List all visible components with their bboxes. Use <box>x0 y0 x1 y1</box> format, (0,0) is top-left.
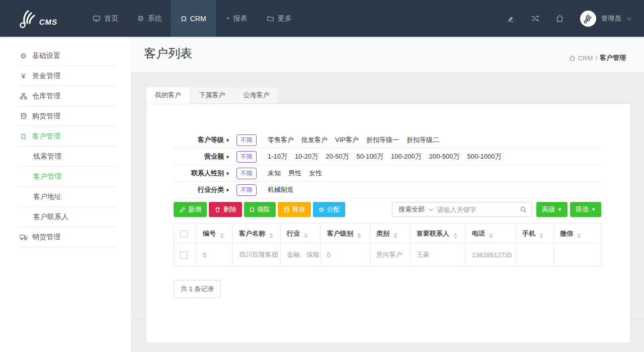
sidebar-item-sales[interactable]: 销货管理 <box>18 227 117 247</box>
filter-button[interactable]: 筛选▼ <box>570 202 601 217</box>
sort-icon[interactable] <box>357 233 361 238</box>
sort-icon[interactable] <box>577 233 581 238</box>
sidebar-item-customer-address[interactable]: 客户地址 <box>18 187 117 207</box>
filter-option[interactable]: 零售客户 <box>268 135 294 145</box>
filter-options: 机械制造 <box>268 185 294 194</box>
filter-option[interactable]: 500-1000万 <box>467 152 501 161</box>
search-button[interactable] <box>515 202 531 217</box>
sidebar-item-label: 购货管理 <box>32 112 60 121</box>
filter-option[interactable]: 女性 <box>309 169 322 178</box>
filter-option[interactable]: 折扣等级二 <box>407 135 439 145</box>
user-menu[interactable]: 管理员 <box>580 11 630 27</box>
breadcrumb-root[interactable]: CRM <box>578 54 593 62</box>
sidebar-subitem-label: 客户地址 <box>33 192 61 201</box>
tab-public-customers[interactable]: 公海客户 <box>234 87 279 104</box>
home-icon[interactable] <box>555 14 564 23</box>
sort-icon[interactable] <box>393 233 397 238</box>
nav-item-home[interactable]: 首页 <box>83 0 128 37</box>
add-button[interactable]: 新增 <box>174 202 207 217</box>
search-input[interactable] <box>437 206 515 214</box>
record-count: 共 1 条记录 <box>174 280 221 298</box>
claim-button[interactable]: Ω领取 <box>244 202 276 217</box>
table-cell <box>554 244 602 266</box>
filter-option[interactable]: 折扣等级一 <box>366 135 399 145</box>
shuffle-icon[interactable] <box>531 14 539 23</box>
filter-option[interactable]: 1-10万 <box>268 152 287 161</box>
sort-icon[interactable] <box>453 233 457 238</box>
sidebar-item-customers[interactable]: Ω 客户管理 <box>18 126 117 147</box>
delete-button[interactable]: 删除 <box>209 202 242 217</box>
filter-label[interactable]: 行业分类▼ <box>174 185 230 194</box>
column-header[interactable]: 手机 <box>516 224 554 244</box>
app-logo[interactable]: CMS <box>0 0 83 37</box>
tab-my-customers[interactable]: 我的客户 <box>146 87 190 104</box>
caret-down-icon: ▼ <box>225 171 230 176</box>
nav-item-reports[interactable]: ◔ 报表 <box>216 0 257 37</box>
filter-option[interactable]: 20-50万 <box>326 152 349 161</box>
sidebar-item-customer-contacts[interactable]: 客户联系人 <box>18 207 117 227</box>
user-icon: Ω <box>181 15 186 22</box>
sidebar-item-label: 基础设置 <box>32 51 60 60</box>
customer-table: 编号客户名称行业客户级别类别首要联系人电话手机微信 5四川百隆集团金融、保险0意… <box>174 223 602 266</box>
table-cell: 意向客户 <box>370 244 411 266</box>
filter-option[interactable]: 机械制造 <box>268 185 294 194</box>
sort-icon[interactable] <box>304 233 308 238</box>
filter-option[interactable]: 未知 <box>268 169 281 178</box>
sort-icon[interactable] <box>489 233 493 238</box>
yen-icon: ¥ <box>19 73 28 80</box>
sidebar-item-basic-settings[interactable]: ⚙ 基础设置 <box>18 46 117 66</box>
filter-label[interactable]: 客户等级▼ <box>174 135 230 145</box>
column-header[interactable]: 首要联系人 <box>411 224 466 244</box>
filter-option[interactable]: 50-100万 <box>357 152 383 161</box>
column-header[interactable]: 客户级别 <box>321 224 370 244</box>
sort-icon[interactable] <box>539 233 543 238</box>
filter-option[interactable]: 10-20万 <box>295 152 318 161</box>
filter-any-button[interactable]: 不限 <box>236 134 257 146</box>
assign-button[interactable]: ⚙分配 <box>313 202 346 217</box>
row-checkbox[interactable] <box>180 251 188 259</box>
main-area: 客户列表 CRM / 客户管理 我的客户 下属客户 公海客户 客户等级▼ 不限 … <box>131 37 644 352</box>
rabbit-logo-icon <box>18 8 38 30</box>
search-scope-select[interactable]: 搜索全部 <box>392 205 437 214</box>
filter-option[interactable]: VIP客户 <box>335 135 359 145</box>
nav-item-crm[interactable]: Ω CRM <box>171 0 215 37</box>
sidebar-item-customer-management[interactable]: 客户管理 <box>18 167 117 187</box>
column-header[interactable]: 类别 <box>370 224 411 244</box>
gear-icon: ⚙ <box>137 15 144 22</box>
table-cell <box>516 244 554 266</box>
filter-option[interactable]: 200-500万 <box>429 152 460 161</box>
sidebar-item-funds[interactable]: ¥ 资金管理 <box>18 66 117 86</box>
filter-any-button[interactable]: 不限 <box>236 151 257 163</box>
advanced-button[interactable]: 高级▼ <box>536 202 568 217</box>
filter-option[interactable]: 批发客户 <box>301 135 328 145</box>
caret-down-icon: ▼ <box>225 188 230 193</box>
select-all-cell <box>174 224 197 244</box>
column-header[interactable]: 电话 <box>466 224 516 244</box>
filter-any-button[interactable]: 不限 <box>236 168 257 179</box>
column-header[interactable]: 客户名称 <box>233 224 281 244</box>
table-cell: 四川百隆集团 <box>233 244 281 266</box>
sort-icon[interactable] <box>220 233 224 238</box>
filter-any-button[interactable]: 不限 <box>236 184 257 196</box>
eraser-icon[interactable] <box>506 14 515 23</box>
caret-down-icon: ▼ <box>557 207 562 212</box>
navbar-right-tools: 管理员 <box>506 0 630 37</box>
sidebar-item-leads[interactable]: 线索管理 <box>18 147 117 167</box>
release-button[interactable]: 释放 <box>278 202 311 217</box>
filter-option[interactable]: 100-200万 <box>391 152 422 161</box>
column-header[interactable]: 行业 <box>281 224 321 244</box>
filter-label[interactable]: 联系人性别▼ <box>174 169 230 178</box>
filter-label[interactable]: 营业额▼ <box>174 152 230 161</box>
filter-option[interactable]: 男性 <box>288 169 301 178</box>
sort-icon[interactable] <box>269 233 273 238</box>
nav-item-more[interactable]: 更多 <box>257 0 301 37</box>
sidebar-item-warehouse[interactable]: 仓库管理 <box>18 86 117 106</box>
sidebar-item-purchase[interactable]: 购货管理 <box>18 106 117 126</box>
tab-subordinate-customers[interactable]: 下属客户 <box>190 87 234 104</box>
trash-icon <box>214 206 221 213</box>
sidebar-item-label: 销货管理 <box>32 233 60 242</box>
select-all-checkbox[interactable] <box>180 230 188 238</box>
column-header[interactable]: 微信 <box>554 224 602 244</box>
nav-item-system[interactable]: ⚙ 系统 <box>128 0 171 37</box>
column-header[interactable]: 编号 <box>197 224 233 244</box>
